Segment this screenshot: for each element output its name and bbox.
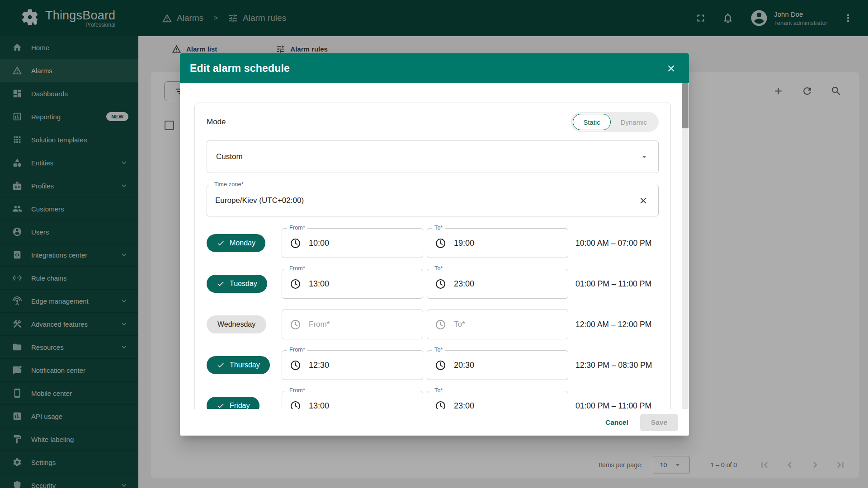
dialog-header: Edit alarm schedule [180,53,689,83]
schedule-day-row-tuesday: TuesdayFrom*13:00To*23:0001:00 PM – 11:0… [207,269,659,299]
from-time-value: 12:30 [309,361,329,370]
day-chip-label: Wednesday [217,320,255,328]
from-time-field-monday[interactable]: From*10:00 [282,228,423,258]
from-label: From* [287,225,307,231]
clock-icon [434,319,447,331]
schedule-panel: Mode Static Dynamic Custom Time zone* Eu… [194,103,671,409]
from-time-value: 13:00 [309,279,329,289]
check-icon [217,402,225,409]
timezone-clear-button[interactable] [637,194,650,207]
mode-option-dynamic[interactable]: Dynamic [611,114,657,130]
check-icon [217,239,225,247]
day-chip-label: Friday [230,402,250,409]
from-time-field-wednesday[interactable]: From* [282,310,423,339]
from-time-value: 10:00 [309,239,329,248]
check-icon [217,280,225,288]
to-time-value: To* [454,320,465,329]
day-toggle-chip-monday[interactable]: Monday [207,234,265,252]
day-chip-label: Thursday [230,361,260,369]
to-time-field-monday[interactable]: To*19:00 [427,228,568,258]
to-time-value: 23:00 [454,401,474,409]
from-label: From* [287,265,307,272]
mode-row: Mode Static Dynamic [207,112,659,132]
timezone-field[interactable]: Time zone* Europe/Kiev (UTC+02:00) [207,185,659,216]
from-time-value: From* [309,320,330,329]
dialog-scrollbar[interactable] [682,83,689,409]
dialog-body: Mode Static Dynamic Custom Time zone* Eu… [180,83,689,409]
timezone-value: Europe/Kiev (UTC+02:00) [215,196,304,205]
edit-alarm-schedule-dialog: Edit alarm schedule Mode Static Dynamic … [180,53,689,436]
clock-icon [434,278,447,290]
check-icon [217,361,225,369]
day-time-range: 01:00 PM – 11:00 PM [572,279,659,289]
clock-icon [289,359,302,371]
from-time-field-friday[interactable]: From*13:00 [282,391,423,409]
day-toggle-chip-thursday[interactable]: Thursday [207,356,270,374]
day-time-range: 12:30 PM – 08:30 PM [572,361,659,370]
to-time-field-tuesday[interactable]: To*23:00 [427,269,568,299]
clock-icon [289,319,302,331]
from-label: From* [287,347,307,353]
close-icon [666,63,676,74]
cancel-button[interactable]: Cancel [601,415,633,430]
clock-icon [289,278,302,290]
schedule-day-row-friday: FridayFrom*13:00To*23:0001:00 PM – 11:00… [207,391,659,409]
to-label: To* [432,225,445,231]
to-label: To* [432,387,445,394]
day-time-range: 01:00 PM – 11:00 PM [572,401,659,409]
from-label: From* [287,387,307,394]
day-time-range: 12:00 AM – 12:00 PM [572,320,659,329]
scrollbar-thumb[interactable] [682,83,689,128]
clock-icon [434,237,447,249]
dialog-footer: Cancel Save [180,409,689,436]
to-time-field-friday[interactable]: To*23:00 [427,391,568,409]
mode-option-static[interactable]: Static [573,114,611,130]
to-time-value: 19:00 [454,239,474,248]
schedule-day-row-monday: MondayFrom*10:00To*19:0010:00 AM – 07:00… [207,228,659,258]
to-time-value: 20:30 [454,361,474,370]
clock-icon [434,400,447,409]
to-time-field-wednesday[interactable]: To* [427,310,568,339]
schedule-day-row-thursday: ThursdayFrom*12:30To*20:3012:30 PM – 08:… [207,350,659,380]
to-label: To* [432,347,445,353]
day-toggle-chip-friday[interactable]: Friday [207,397,259,409]
mode-label: Mode [207,117,226,127]
from-time-value: 13:00 [309,401,329,409]
to-time-field-thursday[interactable]: To*20:30 [427,350,568,380]
clock-icon [289,400,302,409]
to-time-value: 23:00 [454,279,474,289]
close-button[interactable] [663,60,679,76]
schedule-days: MondayFrom*10:00To*19:0010:00 AM – 07:00… [207,228,659,409]
clock-icon [289,237,302,249]
thingsboard-app: ThingsBoard Professional Alarms > Alarm … [0,0,868,488]
clock-icon [434,359,447,371]
schedule-type-value: Custom [216,152,243,161]
mode-toggle: Static Dynamic [571,112,659,132]
day-chip-label: Tuesday [230,280,257,288]
day-time-range: 10:00 AM – 07:00 PM [572,239,659,248]
dropdown-arrow-icon [639,152,649,162]
to-label: To* [432,265,445,272]
day-toggle-chip-wednesday[interactable]: Wednesday [207,315,266,333]
clear-icon [638,196,648,206]
timezone-label: Time zone* [212,181,246,188]
day-chip-label: Monday [230,239,255,247]
from-time-field-tuesday[interactable]: From*13:00 [282,269,423,299]
dialog-title: Edit alarm schedule [190,62,290,75]
schedule-day-row-wednesday: WednesdayFrom*To*12:00 AM – 12:00 PM [207,310,659,339]
schedule-type-select[interactable]: Custom [207,141,659,173]
day-toggle-chip-tuesday[interactable]: Tuesday [207,275,267,293]
save-button[interactable]: Save [640,414,678,431]
from-time-field-thursday[interactable]: From*12:30 [282,350,423,380]
